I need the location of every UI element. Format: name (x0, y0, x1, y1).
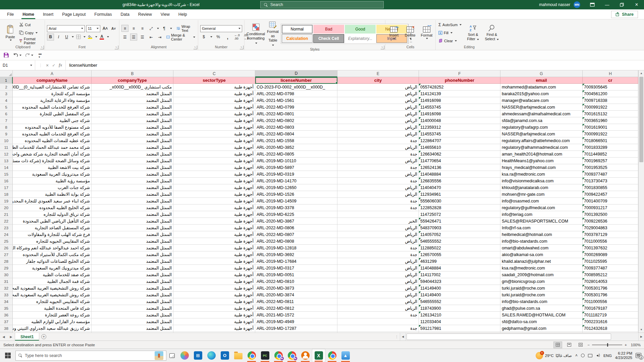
cell-E6[interactable]: الرياض (337, 111, 419, 117)
cell-C15[interactable]: أجهزة طبية (173, 171, 255, 178)
cell-A9[interactable]: شركة العرفج للخدمات الطبيه المحدوده (13, 131, 92, 137)
cell-C11[interactable]: أجهزة طبية (173, 144, 255, 151)
row-header-17[interactable]: 17 (0, 184, 13, 191)
cell-A10[interactable]: شركة عطيه للمعدات الطبيه المحدوده (13, 137, 92, 144)
cell-H6[interactable]: 7001615132 (583, 111, 638, 117)
cell-A35[interactable]: شركة فاس المتحدة الطبية (13, 305, 92, 312)
cell-H22[interactable]: 7009226536 (583, 218, 638, 225)
sheet-tab-sheet1[interactable]: Sheet1 (15, 333, 39, 341)
cell-B11[interactable]: الممثل المعتمد (92, 144, 173, 151)
cell-A32[interactable]: شركة روش التشخيصية العربية السعودية المح… (13, 285, 92, 292)
cell-B35[interactable]: الممثل المعتمد (92, 305, 173, 312)
cell-E1[interactable]: city (337, 77, 419, 84)
cell-D35[interactable]: ARL-2022-MD-0812 (255, 305, 337, 312)
cell-H35[interactable]: 7001679187 (583, 305, 638, 312)
format-cells-button[interactable]: ⟷ Format (420, 21, 433, 45)
cell-E38[interactable]: جدة (337, 325, 419, 332)
cell-B12[interactable]: الممثل المعتمد (92, 151, 173, 158)
cell-A31[interactable]: شركة قمة الجمال الطبية (13, 278, 92, 285)
cell-G38[interactable]: gedpharma@gmail.com (500, 325, 583, 332)
cell-F34[interactable]: 546555552 (419, 298, 500, 305)
row-header-9[interactable]: 9 (0, 131, 13, 137)
cell-G39[interactable] (500, 332, 583, 333)
cell-E3[interactable]: الرياض (337, 90, 419, 97)
cell-E10[interactable]: جدة (337, 137, 419, 144)
cell-B6[interactable]: الممثل المعتمد (92, 111, 173, 117)
cell-C1[interactable]: sectorType (173, 77, 255, 84)
selected-cell-D1[interactable]: licenseNumber (255, 77, 337, 84)
normal-view-button[interactable] (553, 342, 562, 348)
horizontal-scroll-thumb[interactable] (407, 334, 611, 340)
cell-H16[interactable]: 7013730473 (583, 178, 638, 184)
cell-E18[interactable]: الرياض (337, 191, 419, 198)
cell-F3[interactable]: 114124139 (419, 90, 500, 97)
clipboard-dialog-launcher[interactable]: ↘ (40, 46, 44, 49)
cell-E34[interactable]: الرياض (337, 298, 419, 305)
row-header-21[interactable]: 21 (0, 211, 13, 218)
select-all-corner[interactable] (0, 70, 13, 77)
cell-H32[interactable]: 7005301796 (583, 285, 638, 292)
wrap-text-button[interactable]: Wrap Text (176, 25, 196, 32)
cell-E23[interactable]: الرياض (337, 225, 419, 231)
cell-E24[interactable]: الرياض (337, 231, 419, 238)
cell-C4[interactable]: أجهزة طبية (173, 97, 255, 104)
taskbar-icon-chrome-profile-2[interactable]: M (285, 349, 299, 362)
column-header-H[interactable]: H (583, 70, 638, 77)
cell-D31[interactable]: ARL-2022-MD-0810 (255, 278, 337, 285)
taskbar-icon-freelancer-app[interactable] (299, 349, 312, 362)
row-header-10[interactable]: 10 (0, 137, 13, 144)
cell-F9[interactable]: 114553745 (419, 131, 500, 137)
cell-C7[interactable]: أجهزة طبية (173, 117, 255, 124)
cell-B5[interactable]: الممثل المعتمد (92, 104, 173, 111)
cell-B13[interactable]: الممثل المعتمد (92, 158, 173, 164)
cell-F20[interactable]: 122852828 (419, 204, 500, 211)
cell-style-bad[interactable]: Bad (313, 25, 344, 34)
cell-A18[interactable]: شركة بوابة الانظمة الطبية (13, 191, 92, 198)
cell-D26[interactable]: ARL-2019-MD-12818 (255, 245, 337, 251)
cell-style-good[interactable]: Good (345, 25, 376, 34)
insert-function-icon[interactable]: fx (59, 63, 62, 68)
cell-A34[interactable]: شركة المقاييس الحيويه للتجاره (13, 298, 92, 305)
row-header-26[interactable]: 26 (0, 245, 13, 251)
cell-F37[interactable]: 112033404 (419, 318, 500, 325)
cell-C6[interactable]: أجهزة طبية (173, 111, 255, 117)
cell-E25[interactable]: الرياض (337, 238, 419, 245)
cell-H1[interactable]: cr (583, 77, 638, 84)
ribbon-display-options-button[interactable] (585, 0, 600, 9)
cell-H30[interactable]: 7008595212 (583, 272, 638, 278)
cell-H9[interactable]: 7000991922 (583, 131, 638, 137)
cell-A17[interactable]: شركة جنات العرب (13, 184, 92, 191)
cell-F35[interactable]: 118743900 (419, 305, 500, 312)
name-box[interactable]: D1 (0, 60, 35, 70)
minimize-button[interactable]: — (600, 0, 614, 9)
cell-F30[interactable]: 114117002 (419, 272, 500, 278)
cell-A19[interactable]: شركة ابناء عمر سعيد العمودي للتجارة المح… (13, 198, 92, 204)
cell-D33[interactable]: ARL-2020-MD-3874 (255, 292, 337, 298)
cell-D19[interactable]: ARL-2019-MD-14509 (255, 198, 337, 204)
cell-B1[interactable]: companyType (92, 77, 173, 84)
cell-A11[interactable]: شركة محمد حمد عبدالله الحماد للخدمات الط… (13, 144, 92, 151)
speaker-icon[interactable] (596, 354, 600, 357)
cell-G24[interactable]: heilbmedical@hotmail.com (500, 231, 583, 238)
cell-C12[interactable]: أجهزة طبية (173, 151, 255, 158)
cell-G2[interactable]: mohammed@atadamun.com (500, 84, 583, 90)
splitter-handle[interactable]: ⋮ (394, 335, 400, 339)
row-header-18[interactable]: 18 (0, 191, 13, 198)
clear-button[interactable]: Clear (438, 37, 462, 45)
cell-A15[interactable]: شركة ميدترونيك العربية السعودية (13, 171, 92, 178)
cell-H25[interactable]: 7011000556 (583, 238, 638, 245)
cell-D13[interactable]: ARL-2019-MD-10110 (255, 158, 337, 164)
page-layout-view-button[interactable] (565, 342, 574, 348)
cell-A12[interactable]: شركة أمان الصحة التجارية شركة شخص واحد (13, 151, 92, 158)
cell-F15[interactable]: 114048884 (419, 171, 500, 178)
zoom-level[interactable]: 100% (629, 343, 641, 347)
cell-D8[interactable]: ARL-2022-MD-0803 (255, 124, 337, 131)
bold-button[interactable]: B (47, 34, 54, 41)
cell-G7[interactable]: sfda@janamd.com.sa (500, 117, 583, 124)
column-header-C[interactable]: C (173, 70, 255, 77)
cell-B24[interactable]: الممثل المعتمد (92, 231, 173, 238)
cell-G15[interactable]: ksa.ra@medtronic.com (500, 171, 583, 178)
cell-style-calculation[interactable]: Calculation (282, 34, 313, 43)
cell-A1[interactable]: companyName (13, 77, 92, 84)
cell-E27[interactable]: جدة (337, 251, 419, 258)
